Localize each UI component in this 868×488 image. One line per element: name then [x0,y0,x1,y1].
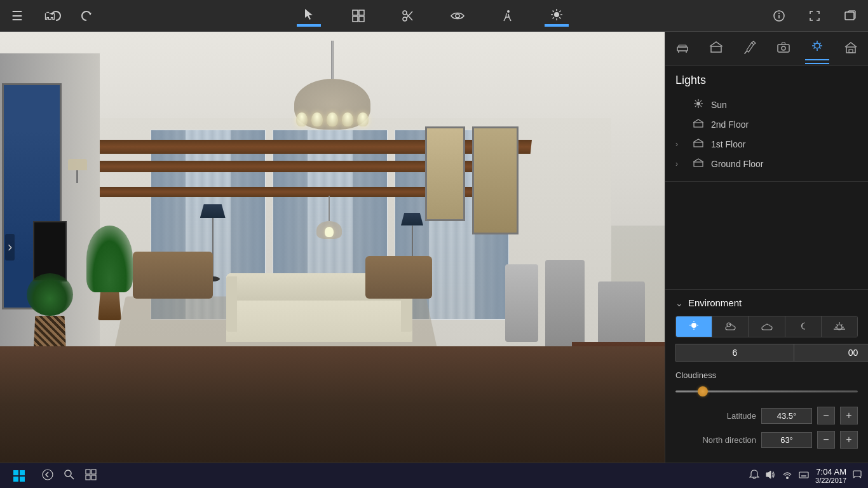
svg-rect-77 [92,470,96,474]
task-view-button[interactable] [85,469,97,483]
volume-icon[interactable] [766,470,776,482]
env-title: Environment [688,297,742,308]
menu-button[interactable]: ☰ [6,6,28,26]
select-button[interactable] [297,5,321,26]
light-bulb-4 [342,112,353,126]
svg-rect-35 [778,44,789,52]
partly-cloudy-button[interactable] [712,316,749,337]
start-button[interactable] [6,463,32,489]
objects-icon [351,9,365,23]
panel-furnish-button[interactable] [670,37,695,60]
walk-button[interactable] [495,6,519,25]
svg-line-54 [700,105,702,107]
nav-arrow-left[interactable]: › [5,234,15,261]
panel-lighting-button[interactable] [805,37,829,60]
light-item-1st-floor[interactable]: › 1st Floor [675,134,858,154]
svg-rect-5 [353,17,358,22]
latitude-plus-button[interactable]: + [840,407,858,424]
3d-button[interactable] [839,7,862,25]
chandelier-rod [331,41,334,79]
lights-title: Lights [675,74,858,87]
search-button[interactable] [64,469,75,483]
panel-camera-button[interactable] [771,37,796,60]
svg-rect-6 [359,17,364,22]
objects-button[interactable] [346,6,370,25]
env-header[interactable]: ⌄ Environment [675,297,858,308]
svg-point-73 [43,470,53,480]
svg-rect-58 [694,142,703,147]
cloudiness-thumb[interactable] [698,386,708,396]
panel-exterior-button[interactable] [839,37,863,60]
back-button[interactable] [42,469,53,483]
svg-rect-59 [694,162,703,166]
svg-rect-79 [92,475,96,480]
viewport[interactable]: › [0,32,665,463]
taskbar: 7:04 AM 3/22/2017 [0,463,868,488]
keyboard-icon[interactable] [799,470,809,482]
svg-marker-0 [51,13,53,15]
network-icon[interactable] [782,470,792,482]
cloudy-button[interactable] [749,316,785,337]
artwork-back-1 [472,126,519,234]
info-icon [773,10,785,22]
1st-floor-expand[interactable]: › [675,140,686,149]
view-button[interactable] [445,6,470,25]
svg-rect-78 [86,475,90,480]
svg-line-75 [71,476,74,479]
north-plus-button[interactable]: + [840,431,858,449]
svg-point-11 [456,14,459,18]
notification-center-icon[interactable] [853,470,862,482]
light-item-sun[interactable]: Sun [675,95,858,114]
clock-time: 7:04 AM [815,467,846,477]
time-minutes-input[interactable] [794,344,868,362]
light-item-2nd-floor[interactable]: 2nd Floor [675,114,858,134]
lights-spacer [665,182,868,289]
lights-section: Lights Sun 2nd Floor › 1st Floor [665,66,868,182]
time-hour-input[interactable] [675,344,794,362]
svg-line-42 [814,43,815,44]
chandelier [286,41,379,130]
sunset-button[interactable] [822,316,857,337]
svg-rect-82 [799,472,808,478]
latitude-minus-button[interactable]: − [817,407,835,424]
structure-icon [709,40,723,54]
fullscreen-button[interactable] [803,7,826,25]
svg-point-60 [691,323,696,328]
clock-date: 3/22/2017 [815,477,846,484]
ground-floor-label: Ground Floor [711,159,763,169]
scissors-button[interactable] [396,6,420,25]
furnish-icon [675,40,689,54]
redo-icon [80,10,93,22]
latitude-input[interactable] [761,408,812,424]
undo-button[interactable] [44,7,67,25]
redo-button[interactable] [75,7,98,25]
notification-icon[interactable] [749,470,759,482]
3d-icon [844,10,857,22]
cloudiness-slider[interactable] [675,385,858,398]
svg-point-36 [782,46,785,50]
wall-sconce [65,159,90,204]
svg-line-21 [553,17,554,18]
panel-paint-button[interactable] [738,37,762,60]
svg-line-43 [820,47,821,48]
north-minus-button[interactable]: − [817,431,835,449]
svg-rect-57 [694,123,703,127]
fullscreen-icon [808,10,821,22]
clear-day-button[interactable] [676,316,712,337]
svg-line-56 [695,105,696,107]
svg-rect-34 [711,46,721,52]
sun-button[interactable] [545,5,569,26]
ground-floor-expand[interactable]: › [675,159,686,168]
env-chevron-icon: ⌄ [675,298,683,308]
light-item-ground-floor[interactable]: › Ground Floor [675,154,858,173]
night-button[interactable] [785,316,822,337]
latitude-row: Latitude − + [675,407,858,424]
north-direction-input[interactable] [761,432,812,448]
panel-structure-button[interactable] [704,37,728,60]
latitude-label: Latitude [675,411,756,421]
light-bulb-3 [327,112,338,126]
info-button[interactable] [768,7,790,25]
top-toolbar: ☰ 🗂 [0,0,868,32]
dining-chair-3 [505,264,538,342]
svg-rect-4 [359,10,364,15]
